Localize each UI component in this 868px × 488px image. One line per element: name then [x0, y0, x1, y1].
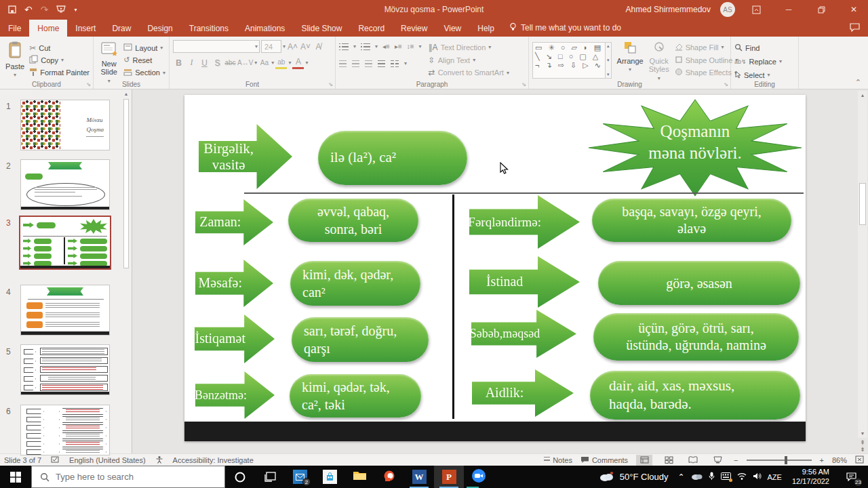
arrow-istinad[interactable]: İstinad [469, 256, 580, 308]
ribbon-display-options-icon[interactable] [745, 0, 768, 19]
slide-sorter-view-button[interactable] [660, 455, 677, 466]
arrow-birgelik[interactable]: Birgəlik, vasitə [199, 124, 292, 189]
pill-birgelik[interactable]: ilə (la²), ca² [318, 131, 467, 185]
start-from-beginning-icon[interactable] [56, 5, 66, 14]
collapse-ribbon-icon[interactable]: ⌃ [855, 78, 861, 87]
store-app-button[interactable] [315, 466, 344, 488]
tab-draw[interactable]: Draw [104, 20, 139, 37]
text-direction-button[interactable]: ∥AText Direction▾ [429, 41, 509, 54]
italic-icon[interactable]: I [186, 57, 197, 69]
slideshow-view-button[interactable] [709, 455, 726, 466]
slide-thumbnail-6[interactable] [20, 405, 110, 455]
arrow-mesafe[interactable]: Məsafə: [195, 260, 273, 307]
powerpoint-app-button[interactable]: P [434, 466, 464, 488]
cut-button[interactable]: ✂Cut [29, 42, 90, 54]
pill-benzetme[interactable]: kimi, qədər, tək, ca², təki [290, 374, 421, 418]
tab-design[interactable]: Design [139, 20, 180, 37]
text-shadow-icon[interactable]: S [212, 57, 223, 69]
start-button[interactable] [0, 466, 31, 488]
arrow-zaman[interactable]: Zaman: [195, 199, 273, 245]
account-name[interactable]: Ahmed Shirmemmedov [626, 5, 711, 14]
save-icon[interactable] [8, 5, 16, 14]
language-indicator[interactable]: AZE [768, 473, 782, 481]
wifi-icon[interactable] [737, 472, 747, 481]
comments-button[interactable]: Comments [580, 456, 628, 464]
arrow-aidlik[interactable]: Aidlik: [472, 369, 574, 417]
tab-transitions[interactable]: Transitions [181, 20, 237, 37]
touch-keyboard-icon[interactable] [721, 472, 731, 481]
font-name-combobox[interactable]: ▾ [173, 40, 260, 53]
action-center-button[interactable]: 23 [840, 466, 863, 488]
clock[interactable]: 9:56 AM12/17/2022 [788, 468, 833, 487]
select-button[interactable]: Select▾ [734, 68, 795, 81]
restore-button[interactable] [810, 0, 833, 19]
align-center-icon[interactable] [352, 60, 359, 67]
thumbnail-scrollbar[interactable]: ▲ [122, 89, 130, 453]
zoom-app-button[interactable] [464, 466, 494, 488]
convert-smartart-button[interactable]: ⇄Convert to SmartArt▾ [429, 66, 509, 79]
bold-icon[interactable]: B [173, 57, 184, 69]
undo-icon[interactable]: ↶ [24, 4, 33, 15]
tab-review[interactable]: Review [393, 20, 435, 37]
spellcheck-icon[interactable] [51, 455, 60, 465]
previous-slide-icon[interactable]: ⇞ [860, 439, 865, 446]
underline-icon[interactable]: U [199, 57, 210, 69]
slide-indicator[interactable]: Slide 3 of 7 [4, 456, 41, 464]
format-painter-button[interactable]: Format Painter [29, 67, 90, 79]
office-app-button[interactable] [374, 466, 404, 488]
file-explorer-button[interactable] [344, 466, 374, 488]
strikethrough-icon[interactable]: abc [224, 57, 236, 69]
tab-help[interactable]: Help [469, 20, 502, 37]
scroll-up-icon[interactable]: ▲ [122, 89, 130, 96]
slide-editing-area[interactable]: Birgəlik, vasitə ilə (la²), ca² Qoşmanın… [184, 95, 806, 441]
taskbar-search[interactable] [31, 466, 225, 488]
increase-indent-icon[interactable]: ▸≡ [395, 43, 402, 50]
zoom-slider[interactable] [747, 460, 812, 461]
pill-zaman[interactable]: əvvəl, qabaq, sonra, bəri [288, 199, 418, 242]
align-right-icon[interactable] [365, 60, 372, 67]
slide-thumbnail-3[interactable] [19, 216, 111, 270]
find-button[interactable]: Find [734, 41, 795, 54]
bullets-icon[interactable] [339, 43, 349, 50]
clear-formatting-icon[interactable]: A̸ [313, 41, 324, 53]
thumbnail-scroll-thumb[interactable] [123, 99, 129, 268]
layout-button[interactable]: Layout▾ [123, 42, 165, 54]
word-app-button[interactable]: W [404, 466, 434, 488]
arrow-benzetme[interactable]: Bənzətmə: [195, 371, 275, 419]
accessibility-icon[interactable] [155, 455, 163, 465]
pill-aidlik[interactable]: dair, aid, xas, məxsus, haqda, barədə. [590, 371, 800, 420]
tell-me-box[interactable]: Tell me what you want to do [502, 18, 628, 37]
tab-home[interactable]: Home [29, 20, 67, 37]
tab-insert[interactable]: Insert [67, 20, 104, 37]
quick-styles-button[interactable]: Quick Styles ▾ [649, 40, 669, 79]
new-slide-button[interactable]: New Slide ▾ [97, 40, 121, 79]
close-button[interactable]: ✕ [842, 0, 865, 19]
normal-view-button[interactable] [636, 455, 652, 466]
zoom-level[interactable]: 86% [832, 456, 847, 464]
columns-icon[interactable] [391, 60, 399, 67]
tab-record[interactable]: Record [350, 20, 393, 37]
shape-fill-button[interactable]: Shape Fill▾ [675, 41, 738, 54]
arrow-ferqlendirme[interactable]: Fərqləndirmə: [469, 195, 580, 249]
slide-thumbnail-5[interactable] [20, 344, 110, 395]
shape-outline-button[interactable]: Shape Outline▾ [675, 54, 738, 66]
increase-font-size-icon[interactable]: A˄ [287, 41, 298, 53]
copy-button[interactable]: Copy▾ [29, 54, 90, 66]
numbering-icon[interactable] [361, 43, 370, 50]
volume-icon[interactable] [753, 472, 762, 481]
search-input[interactable] [56, 472, 205, 482]
clipboard-dialog-launcher-icon[interactable]: ⇘ [86, 81, 91, 87]
avatar[interactable]: AS [720, 2, 735, 17]
shape-effects-button[interactable]: Shape Effects▾ [675, 66, 738, 79]
highlight-color-icon[interactable]: ab [275, 57, 287, 69]
character-spacing-icon[interactable]: A↔V [237, 57, 253, 69]
tab-slide-show[interactable]: Slide Show [293, 20, 350, 37]
font-dialog-launcher-icon[interactable]: ⇘ [328, 81, 333, 87]
cortana-button[interactable] [225, 466, 255, 488]
slide-nav-buttons[interactable]: ⇞⇟ [858, 439, 867, 453]
arrange-button[interactable]: Arrange ▾ [617, 40, 644, 79]
notes-button[interactable]: Notes [544, 456, 572, 464]
align-left-icon[interactable] [339, 60, 347, 67]
tray-expand-icon[interactable]: ⌃ [677, 472, 684, 482]
shapes-gallery[interactable]: ▭ ✳ ○ ▱ ◗ ▤╲ ↘ □ ○ ▢ △¬ ↴ ⇨ ⇩ ▷ ∿ [532, 42, 606, 79]
